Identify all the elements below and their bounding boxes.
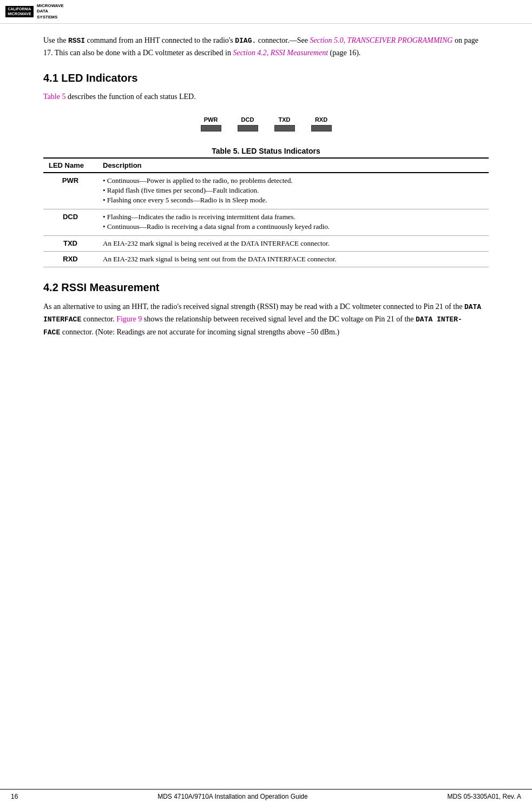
led-dcd-rect <box>238 125 258 131</box>
page-header: CALIFORNIAMICROWAVE MICROWAVEDATASYSTEMS <box>0 0 532 24</box>
page-footer: 16 MDS 4710A/9710A Installation and Oper… <box>0 789 532 804</box>
led-txd-rect <box>274 125 295 131</box>
section-41-description: Table 5 describes the function of each s… <box>43 91 489 103</box>
led-desc-cell-dcd: Flashing—Indicates the radio is receivin… <box>97 209 489 235</box>
desc-list-item: Flashing once every 5 seconds—Radio is i… <box>103 196 483 205</box>
page-content: Use the RSSI command from an HHT connect… <box>0 24 532 360</box>
led-pwr: PWR <box>201 116 221 131</box>
led-rxd-label: RXD <box>315 116 327 123</box>
led-status-table: LED Name Description PWRContinuous—Power… <box>43 157 489 267</box>
rssi-command-inline: RSSI <box>68 37 85 45</box>
footer-page-number: 16 <box>11 793 18 800</box>
table-row: PWRContinuous—Power is applied to the ra… <box>43 173 489 209</box>
led-rxd-rect <box>311 125 332 131</box>
led-txd-label: TXD <box>279 116 291 123</box>
led-diagram: PWR DCD TXD RXD <box>43 116 489 131</box>
led-desc-cell-pwr: Continuous—Power is applied to the radio… <box>97 173 489 209</box>
led-txd: TXD <box>274 116 295 131</box>
table-header-row: LED Name Description <box>43 158 489 173</box>
led-name-cell-pwr: PWR <box>43 173 97 209</box>
table5-link[interactable]: Table 5 <box>43 93 65 101</box>
intro-paragraph: Use the RSSI command from an HHT connect… <box>43 35 489 59</box>
figure9-link[interactable]: Figure 9 <box>116 315 142 323</box>
section-41-heading: 4.1 LED Indicators <box>43 72 489 84</box>
footer-center: MDS 4710A/9710A Installation and Operati… <box>157 793 308 800</box>
data-inter-face-inline: DATA INTER-FACE <box>43 315 462 336</box>
desc-list-item: Flashing—Indicates the radio is receivin… <box>103 213 483 221</box>
table-body: PWRContinuous—Power is applied to the ra… <box>43 173 489 267</box>
desc-list-item: Rapid flash (five times per second)—Faul… <box>103 186 483 195</box>
table-title: Table 5. LED Status Indicators <box>43 147 489 155</box>
led-rxd: RXD <box>311 116 332 131</box>
diag-inline: DIAG. <box>235 37 256 45</box>
california-logo: CALIFORNIAMICROWAVE <box>5 6 34 17</box>
led-diagram-inner: PWR DCD TXD RXD <box>201 116 332 131</box>
section-42-heading: 4.2 RSSI Measurement <box>43 281 489 294</box>
led-name-cell-rxd: RXD <box>43 251 97 267</box>
col-description: Description <box>97 158 489 173</box>
desc-list-item: Continuous—Power is applied to the radio… <box>103 176 483 185</box>
led-dcd-label: DCD <box>241 116 254 123</box>
led-desc-cell-rxd: An EIA-232 mark signal is being sent out… <box>97 251 489 267</box>
logo: CALIFORNIAMICROWAVE MICROWAVEDATASYSTEMS <box>5 3 64 20</box>
microwave-data-systems-text: MICROWAVEDATASYSTEMS <box>37 3 64 20</box>
led-desc-cell-txd: An EIA-232 mark signal is being received… <box>97 235 489 251</box>
table-row: TXDAn EIA-232 mark signal is being recei… <box>43 235 489 251</box>
california-text: CALIFORNIAMICROWAVE <box>8 7 31 15</box>
led-dcd: DCD <box>238 116 258 131</box>
desc-list-item: Continuous—Radio is receiving a data sig… <box>103 222 483 231</box>
led-pwr-label: PWR <box>204 116 218 123</box>
table-row: DCDFlashing—Indicates the radio is recei… <box>43 209 489 235</box>
led-pwr-rect <box>201 125 221 131</box>
footer-right: MDS 05-3305A01, Rev. A <box>447 793 521 800</box>
table-row: RXDAn EIA-232 mark signal is being sent … <box>43 251 489 267</box>
col-led-name: LED Name <box>43 158 97 173</box>
section-42-paragraph: As an alternative to using an HHT, the r… <box>43 300 489 338</box>
led-name-cell-txd: TXD <box>43 235 97 251</box>
led-name-cell-dcd: DCD <box>43 209 97 235</box>
link-section-5[interactable]: Section 5.0, TRANSCEIVER PROGRAMMING <box>310 36 452 44</box>
link-section-42[interactable]: Section 4.2, RSSI Measurement <box>233 49 328 57</box>
